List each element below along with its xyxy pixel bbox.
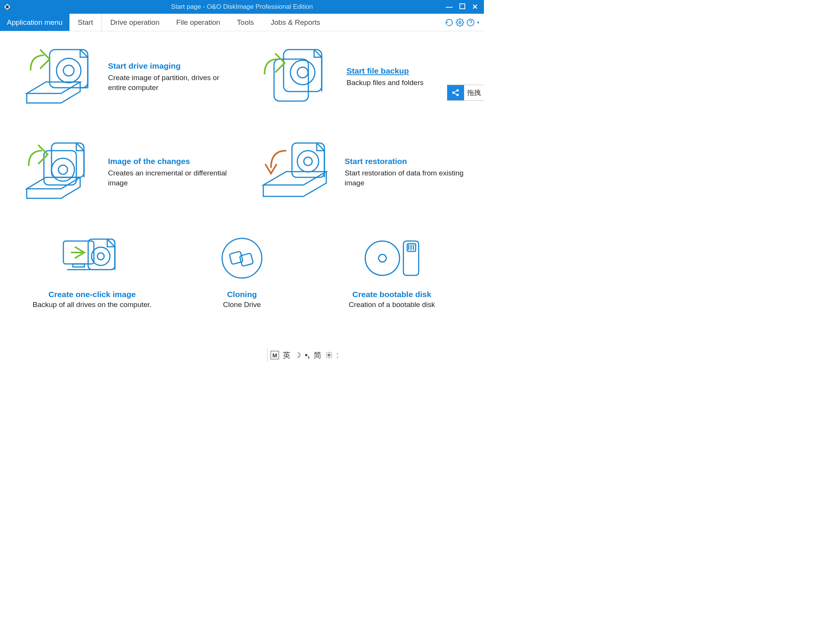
tab-tools[interactable]: Tools (229, 14, 262, 31)
svg-rect-2 (460, 4, 465, 9)
action-desc: Start restoration of data from existing … (345, 168, 473, 188)
action-one-click-image[interactable]: Create one-click image Backup of all dri… (23, 233, 161, 309)
action-title: Create one-click image (23, 290, 161, 299)
svg-point-18 (58, 165, 68, 174)
window-title: Start page - O&O DiskImage Professional … (171, 3, 313, 11)
cloning-icon (173, 233, 311, 283)
svg-point-34 (379, 254, 386, 262)
action-desc: Creates an incremental or differential i… (108, 168, 237, 188)
ime-lang[interactable]: 英 (283, 350, 290, 360)
svg-line-43 (455, 91, 457, 92)
drag-widget-label: 拖拽 (464, 88, 484, 97)
action-start-restoration[interactable]: Start restoration Start restoration of d… (260, 138, 473, 207)
close-button[interactable]: ✕ (472, 3, 478, 11)
svg-marker-19 (263, 172, 326, 185)
gear-icon[interactable] (456, 18, 464, 27)
svg-rect-24 (73, 264, 84, 267)
svg-point-13 (297, 67, 308, 78)
svg-point-45 (328, 354, 330, 356)
ime-moon-icon[interactable]: ☽ (294, 350, 301, 360)
action-start-drive-imaging[interactable]: Start drive imaging Create image of part… (23, 43, 237, 111)
svg-point-42 (456, 94, 459, 96)
minimize-button[interactable]: — (446, 3, 453, 11)
svg-point-40 (452, 92, 455, 94)
svg-marker-14 (27, 177, 80, 189)
action-desc: Backup files and folders (347, 78, 424, 88)
svg-line-44 (455, 93, 457, 95)
action-create-bootable-disk[interactable]: Create bootable disk Creation of a boota… (323, 233, 461, 309)
svg-point-9 (63, 65, 74, 76)
action-start-file-backup[interactable]: Start file backup Backup files and folde… (260, 43, 473, 111)
share-icon (447, 85, 464, 100)
action-title: Start drive imaging (108, 61, 237, 71)
restoration-icon (260, 138, 334, 207)
action-image-of-changes[interactable]: Image of the changes Creates an incremen… (23, 138, 237, 207)
svg-point-3 (459, 21, 461, 24)
app-logo-icon (3, 3, 11, 11)
tab-start[interactable]: Start (69, 14, 102, 31)
action-title: Image of the changes (108, 157, 237, 166)
bootable-disk-icon (323, 233, 461, 283)
tab-drive-operation[interactable]: Drive operation (102, 14, 168, 31)
refresh-icon[interactable] (445, 18, 453, 27)
help-dropdown-caret-icon[interactable]: ▾ (477, 20, 479, 25)
svg-rect-32 (240, 253, 253, 267)
svg-point-12 (290, 60, 315, 85)
action-title: Cloning (173, 290, 311, 299)
action-title: Start restoration (345, 157, 473, 166)
action-title: Start file backup (347, 66, 424, 76)
application-menu-button[interactable]: Application menu (0, 14, 69, 31)
action-desc: Clone Drive (173, 301, 311, 309)
start-page-content: Start drive imaging Create image of part… (0, 31, 484, 320)
svg-point-8 (56, 58, 81, 83)
drive-imaging-icon (23, 43, 97, 111)
titlebar: Start page - O&O DiskImage Professional … (0, 0, 484, 14)
tab-jobs-reports[interactable]: Jobs & Reports (262, 14, 329, 31)
ime-gear-icon[interactable] (325, 351, 333, 359)
svg-point-33 (365, 241, 400, 275)
ime-punct-icon[interactable]: •, (305, 351, 310, 360)
svg-point-28 (97, 253, 104, 260)
svg-point-21 (297, 151, 319, 172)
maximize-button[interactable] (460, 3, 465, 11)
svg-point-22 (304, 157, 312, 166)
action-desc: Backup of all drives on the computer. (23, 301, 161, 309)
menubar: Application menu Start Drive operation F… (0, 14, 484, 31)
action-title: Create bootable disk (323, 290, 461, 299)
action-desc: Create image of partition, drives or ent… (108, 73, 237, 92)
ime-mode-icon[interactable]: M (271, 351, 279, 359)
file-backup-icon (260, 43, 336, 111)
ime-toolbar[interactable]: M 英 ☽ •, 简 : (267, 349, 337, 362)
action-cloning[interactable]: Cloning Clone Drive (173, 233, 311, 309)
image-changes-icon (23, 138, 97, 207)
ime-more-icon[interactable]: : (337, 351, 337, 360)
svg-rect-10 (274, 59, 308, 101)
ime-style[interactable]: 简 (314, 350, 321, 360)
help-icon[interactable] (466, 18, 475, 27)
one-click-image-icon (23, 233, 161, 283)
tab-file-operation[interactable]: File operation (168, 14, 229, 31)
drag-share-widget[interactable]: 拖拽 (447, 85, 484, 101)
action-desc: Creation of a bootable disk (323, 301, 461, 309)
svg-point-41 (456, 89, 459, 92)
svg-rect-15 (44, 151, 76, 185)
